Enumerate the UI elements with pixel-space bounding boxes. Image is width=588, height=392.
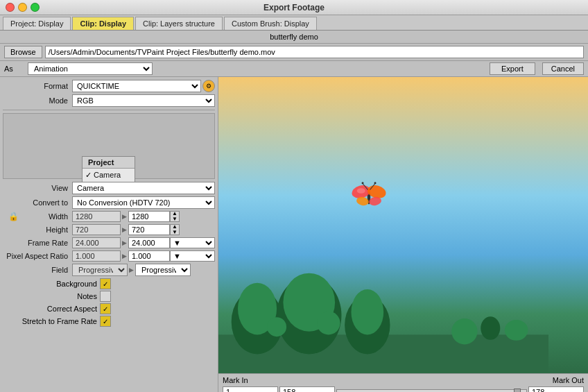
format-select[interactable]: QUICKTIME xyxy=(72,80,201,92)
timeline-track[interactable] xyxy=(336,389,527,392)
convert-row: Convert to No Conversion (HDTV 720) xyxy=(3,196,215,209)
view-label: View xyxy=(3,184,72,192)
browse-path-input[interactable] xyxy=(45,46,584,58)
right-panel: Mark In Mark Out xyxy=(218,77,588,392)
pixel-input-right[interactable] xyxy=(128,250,170,262)
tab-clip-display[interactable]: Clip: Display xyxy=(72,17,134,30)
mode-label: Mode xyxy=(3,96,72,105)
tab-project-display[interactable]: Project: Display xyxy=(3,17,71,30)
title-bar: Export Footage xyxy=(0,0,588,15)
framerate-row: Frame Rate ▶ ▼ xyxy=(3,237,215,248)
tab-clip-layers[interactable]: Clip: Layers structure xyxy=(135,17,223,30)
view-select[interactable]: Camera xyxy=(72,182,215,194)
width-input-right[interactable] xyxy=(128,211,170,222)
preview-area xyxy=(218,77,588,373)
timeline-row xyxy=(223,386,584,392)
field-select-left[interactable]: Progressive xyxy=(72,264,128,276)
mark-labels-row: Mark In Mark Out xyxy=(223,376,584,384)
background-label: Background xyxy=(10,280,100,288)
height-input-right[interactable] xyxy=(128,224,170,235)
as-select[interactable]: Animation xyxy=(28,62,153,75)
svg-point-21 xyxy=(317,311,340,334)
arrow-icon2: ▶ xyxy=(122,226,127,233)
field-row: Field Progressive ▶ Progressive xyxy=(3,264,215,276)
arrow-icon3: ▶ xyxy=(122,239,127,246)
notes-checkbox[interactable] xyxy=(100,291,111,302)
mark-in-field[interactable] xyxy=(223,386,278,392)
field-select-right[interactable]: Progressive xyxy=(135,264,191,276)
arrow-icon5: ▶ xyxy=(129,266,134,273)
main-area: Format QUICKTIME ⚙ Mode RGB View Camera … xyxy=(0,77,588,392)
format-row: Format QUICKTIME ⚙ xyxy=(3,80,215,92)
mark-out-label: Mark Out xyxy=(553,376,584,384)
pixel-label: Pixel Aspect Ratio xyxy=(3,252,72,260)
format-settings-button[interactable]: ⚙ xyxy=(202,80,215,92)
window-title: Export Footage xyxy=(263,3,325,12)
width-input-left[interactable] xyxy=(72,211,121,222)
background-checkbox[interactable]: ✓ xyxy=(100,278,111,289)
left-panel: Format QUICKTIME ⚙ Mode RGB View Camera … xyxy=(0,77,218,392)
height-label: Height xyxy=(3,225,72,234)
correct-aspect-row: Correct Aspect ✓ xyxy=(3,303,215,314)
stretch-row: Stretch to Frame Rate ✓ xyxy=(3,316,215,327)
frame-field[interactable] xyxy=(279,386,335,392)
timeline-controls: Mark In Mark Out xyxy=(218,373,588,392)
arrow-icon: ▶ xyxy=(122,213,127,220)
pixel-input-left[interactable] xyxy=(72,250,121,262)
popup-project-item[interactable]: Project xyxy=(83,157,135,169)
tabs-bar: Project: Display Clip: Display Clip: Lay… xyxy=(0,15,588,31)
timeline-thumb[interactable] xyxy=(514,389,521,392)
notes-label: Notes xyxy=(10,292,100,300)
notes-row: Notes xyxy=(3,291,215,302)
background-row: Background ✓ xyxy=(3,278,215,289)
svg-point-5 xyxy=(356,189,365,194)
mode-select[interactable]: RGB xyxy=(72,94,215,107)
as-label: As xyxy=(4,65,25,73)
stretch-label: Stretch to Frame Rate xyxy=(10,317,100,325)
format-label: Format xyxy=(3,82,72,90)
pixel-select[interactable]: ▼ xyxy=(170,250,215,262)
as-row: As Animation Export Cancel xyxy=(0,61,588,77)
correct-aspect-label: Correct Aspect xyxy=(10,305,100,313)
maximize-button[interactable] xyxy=(31,3,40,12)
framerate-input-right[interactable] xyxy=(128,237,170,248)
mark-out-field[interactable] xyxy=(528,386,584,392)
file-name: butterfly demo xyxy=(270,33,318,41)
stretch-checkbox[interactable]: ✓ xyxy=(100,316,111,327)
svg-point-8 xyxy=(361,182,363,185)
cancel-button[interactable]: Cancel xyxy=(542,62,584,75)
convert-label: Convert to xyxy=(3,198,72,207)
framerate-input-left[interactable] xyxy=(72,237,121,248)
pixel-aspect-row: Pixel Aspect Ratio ▶ ▼ xyxy=(3,250,215,262)
close-button[interactable] xyxy=(6,3,15,12)
minimize-button[interactable] xyxy=(18,3,27,12)
svg-point-19 xyxy=(505,319,528,340)
width-spin[interactable]: ▲▼ xyxy=(170,211,180,222)
arrow-icon4: ▶ xyxy=(122,253,127,259)
popup-camera-item[interactable]: Camera xyxy=(83,169,135,182)
svg-point-18 xyxy=(481,316,500,340)
framerate-label: Frame Rate xyxy=(3,239,72,247)
mark-in-label: Mark In xyxy=(223,376,248,384)
height-spin[interactable]: ▲▼ xyxy=(170,224,180,235)
field-label: Field xyxy=(3,266,72,274)
height-input-left[interactable] xyxy=(72,224,121,235)
correct-aspect-checkbox[interactable]: ✓ xyxy=(100,303,111,314)
export-button[interactable]: Export xyxy=(490,62,535,75)
width-row: 🔒 Width ▶ ▲▼ xyxy=(3,211,215,222)
mode-row: Mode RGB xyxy=(3,94,215,107)
view-dropdown-popup: Project Camera xyxy=(82,156,135,182)
window-controls xyxy=(6,3,40,12)
file-name-bar: butterfly demo xyxy=(0,31,588,44)
browse-button[interactable]: Browse xyxy=(4,46,42,58)
butterfly-graphic xyxy=(348,180,390,212)
trees-graphic xyxy=(218,270,548,373)
convert-select[interactable]: No Conversion (HDTV 720) xyxy=(72,196,215,209)
view-row: View Camera xyxy=(3,182,215,194)
browse-row: Browse xyxy=(0,44,588,61)
svg-point-16 xyxy=(351,289,383,334)
svg-point-9 xyxy=(374,182,376,185)
tab-custom-brush[interactable]: Custom Brush: Display xyxy=(224,17,317,30)
svg-point-17 xyxy=(451,318,477,344)
framerate-select[interactable]: ▼ xyxy=(170,237,215,248)
